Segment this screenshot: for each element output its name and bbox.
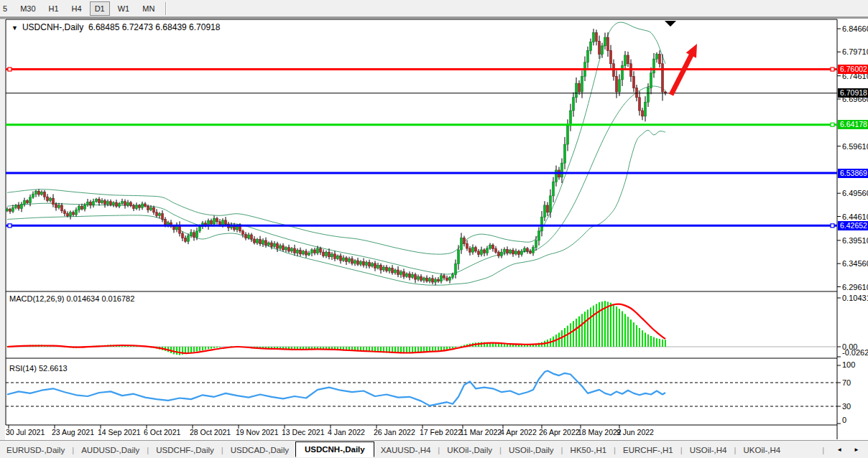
main-pane[interactable] xyxy=(6,22,667,285)
tab-usoil-daily[interactable]: USOil-,Daily xyxy=(502,443,560,457)
price-tick-label: 6.39510 xyxy=(842,236,868,245)
hline-handle[interactable] xyxy=(831,67,834,71)
tab-xauusd-h4[interactable]: XAUUSD-,H4 xyxy=(374,443,438,457)
bollinger-lower-band xyxy=(7,130,665,285)
tab-eurusd-daily[interactable]: EURUSD-,Daily xyxy=(0,443,71,457)
date-tick-label: 4 Jan 2022 xyxy=(328,428,365,436)
macd-signal-line xyxy=(7,304,665,354)
date-tick-label: 6 Oct 2021 xyxy=(144,428,180,436)
price-tick-label: 6.49560 xyxy=(842,189,868,197)
tab-usdcad-daily[interactable]: USDCAD-,Daily xyxy=(224,443,295,457)
date-tick-label: 28 Oct 2021 xyxy=(190,428,231,436)
rsi-line xyxy=(7,371,665,406)
tab-usoil-h4[interactable]: USOil-,H4 xyxy=(683,443,734,457)
macd-tick-label: -0.02624 xyxy=(842,348,868,357)
macd-pane[interactable] xyxy=(6,301,837,355)
date-tick-label: 18 May 2022 xyxy=(578,428,622,436)
object-marker-triangle[interactable] xyxy=(665,21,676,27)
trend-arrow[interactable] xyxy=(671,52,693,95)
chart-title: ▼USDCNH-,Daily 6.68485 6.72473 6.68439 6… xyxy=(11,22,220,32)
date-tick-label: 30 Jul 2021 xyxy=(6,428,45,436)
rsi-pane[interactable] xyxy=(6,371,837,407)
chart-symbol-label: USDCNH-,Daily xyxy=(22,22,83,32)
tab-separator: | xyxy=(821,446,825,454)
rsi-tick-label: 0 xyxy=(842,416,846,424)
price-chart[interactable] xyxy=(0,0,868,458)
price-tick-label: 6.79710 xyxy=(842,47,868,56)
price-level-chip: 6.42652 xyxy=(838,221,868,230)
tab-scroll-right-icon[interactable]: ► xyxy=(854,447,859,453)
hline-handle[interactable] xyxy=(831,224,834,228)
date-tick-label: 17 Feb 2022 xyxy=(420,428,462,436)
tab-hk50-h1[interactable]: HK50-,H1 xyxy=(564,443,614,457)
date-tick-label: 26 Apr 2022 xyxy=(539,428,580,436)
rsi-tick-label: 30 xyxy=(842,402,851,411)
price-tick-label: 6.34560 xyxy=(842,259,868,268)
trading-app-window: 5M30H1H4D1W1MN ▼USDCNH-,Daily 6.68485 6.… xyxy=(0,0,868,458)
price-level-chip: 6.76002 xyxy=(838,65,868,74)
hline-handle[interactable] xyxy=(8,67,11,71)
date-tick-label: 26 Jan 2022 xyxy=(374,428,415,436)
rsi-tick-label: 100 xyxy=(842,360,855,369)
chart-ohlc-values: 6.68485 6.72473 6.68439 6.70918 xyxy=(88,22,221,32)
hline-handle[interactable] xyxy=(8,224,11,228)
price-level-chip: 6.70918 xyxy=(838,88,868,98)
price-tick-label: 6.84660 xyxy=(842,24,868,33)
tab-scroll-left-icon[interactable]: ◄ xyxy=(836,447,842,453)
rsi-indicator-label: RSI(14) 52.6613 xyxy=(9,364,68,373)
price-tick-label: 6.29610 xyxy=(842,283,868,291)
symbol-tabbar: EURUSD-,Daily|AUDUSD-,Daily|USDCHF-,Dail… xyxy=(0,440,868,458)
date-tick-label: 23 Aug 2021 xyxy=(52,428,94,436)
tab-usdchf-daily[interactable]: USDCHF-,Daily xyxy=(149,443,221,457)
tab-scroll-controls: |◄► xyxy=(821,446,868,454)
date-tick-label: 4 Apr 2022 xyxy=(500,428,537,436)
date-tick-label: 14 Sep 2021 xyxy=(98,428,141,436)
date-tick-label: 9 Jun 2022 xyxy=(617,428,654,436)
bollinger-middle-band xyxy=(7,86,665,274)
hline-handle[interactable] xyxy=(831,123,834,126)
date-tick-label: 13 Dec 2021 xyxy=(282,428,325,436)
price-tick-label: 6.44610 xyxy=(842,212,868,221)
tab-audusd-daily[interactable]: AUDUSD-,Daily xyxy=(75,443,146,457)
tab-ukoil-h4[interactable]: UKOil-,H4 xyxy=(737,443,788,457)
price-tick-label: 6.59610 xyxy=(842,142,868,151)
tab-ukoil-daily[interactable]: UKOil-,Daily xyxy=(440,443,499,457)
macd-indicator-label: MACD(12,26,9) 0.014634 0.016782 xyxy=(9,294,134,303)
chart-menu-icon[interactable]: ▼ xyxy=(11,24,18,32)
price-level-chip: 6.64178 xyxy=(838,120,868,129)
tab-eurchf-h1[interactable]: EURCHF-,H1 xyxy=(617,443,680,457)
tab-usdcnh-daily[interactable]: USDCNH-,Daily xyxy=(295,441,374,457)
date-tick-label: 19 Nov 2021 xyxy=(236,428,279,436)
macd-tick-label: 0.104313 xyxy=(842,294,868,302)
rsi-tick-label: 70 xyxy=(842,378,851,387)
date-tick-label: 11 Mar 2022 xyxy=(460,428,502,436)
price-level-chip: 6.53869 xyxy=(838,169,868,178)
candles-layer xyxy=(6,29,667,285)
